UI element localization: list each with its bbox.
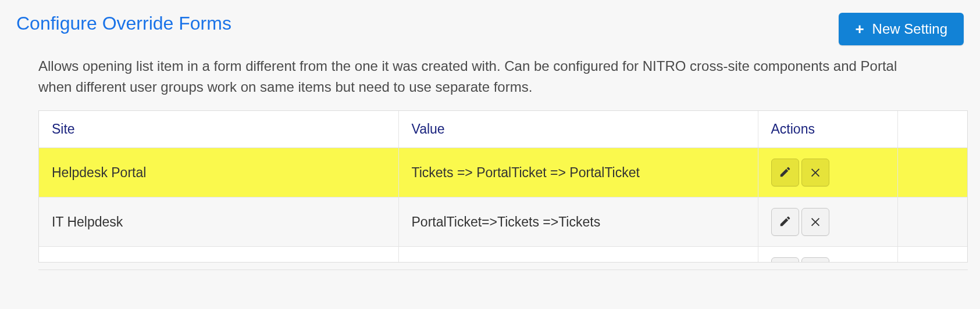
- close-icon: [809, 215, 822, 229]
- table-row: Employee PortalTickets => PortalTicket =…: [39, 247, 967, 263]
- table-scroll-area[interactable]: Site Value Actions Helpdesk PortalTicket…: [39, 111, 967, 262]
- pencil-icon: [779, 166, 792, 180]
- edit-button[interactable]: [771, 159, 799, 186]
- plus-icon: +: [855, 21, 864, 37]
- delete-button[interactable]: [801, 257, 829, 262]
- table-row: Helpdesk PortalTickets => PortalTicket =…: [39, 148, 967, 197]
- cell-actions: [758, 247, 897, 263]
- cell-gutter: [897, 148, 967, 197]
- delete-button[interactable]: [801, 159, 829, 186]
- column-header-value[interactable]: Value: [398, 111, 758, 148]
- section-divider: [38, 270, 968, 270]
- column-header-site[interactable]: Site: [39, 111, 398, 148]
- pencil-icon: [779, 215, 792, 229]
- cell-value: Tickets => PortalTicket => PortalTicket: [398, 247, 758, 263]
- description-text: Allows opening list item in a form diffe…: [38, 56, 922, 98]
- column-header-gutter: [897, 111, 967, 148]
- cell-site: Employee Portal: [39, 247, 398, 263]
- cell-value: PortalTicket=>Tickets =>Tickets: [398, 197, 758, 247]
- cell-gutter: [897, 197, 967, 247]
- cell-actions: [758, 148, 897, 197]
- cell-actions: [758, 197, 897, 247]
- table-row: IT HelpdeskPortalTicket=>Tickets =>Ticke…: [39, 197, 967, 247]
- edit-button[interactable]: [771, 208, 799, 236]
- override-forms-table: Site Value Actions Helpdesk PortalTicket…: [38, 110, 968, 263]
- column-header-actions: Actions: [758, 111, 897, 148]
- cell-gutter: [897, 247, 967, 263]
- cell-value: Tickets => PortalTicket => PortalTicket: [398, 148, 758, 197]
- cell-site: Helpdesk Portal: [39, 148, 398, 197]
- edit-button[interactable]: [771, 257, 799, 262]
- new-setting-button[interactable]: + New Setting: [839, 13, 964, 45]
- delete-button[interactable]: [801, 208, 829, 236]
- close-icon: [809, 166, 822, 180]
- page-title: Configure Override Forms: [16, 13, 231, 34]
- cell-site: IT Helpdesk: [39, 197, 398, 247]
- new-setting-label: New Setting: [872, 21, 947, 37]
